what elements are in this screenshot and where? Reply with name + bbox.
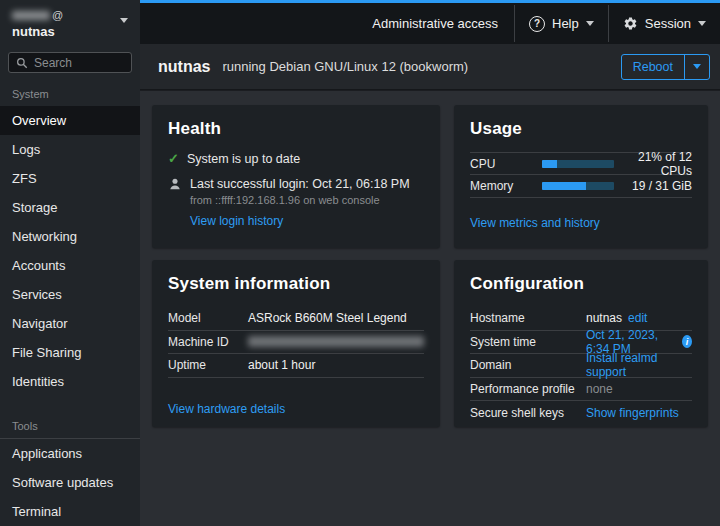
sidebar-item-storage[interactable]: Storage [0, 193, 140, 222]
page-header: nutnas running Debian GNU/Linux 12 (book… [140, 44, 720, 90]
configuration-card: Configuration Hostname nutnas edit Syste… [454, 260, 708, 427]
session-menu[interactable]: Session [609, 3, 720, 44]
memory-usage-row: Memory 19 / 31 GiB [470, 175, 692, 198]
username-redacted [12, 11, 50, 20]
sidebar-item-networking[interactable]: Networking [0, 222, 140, 251]
info-icon[interactable]: i [682, 335, 692, 348]
sidebar: @ nutnas System Overview Logs ZFS Storag… [0, 0, 140, 526]
view-login-history-link[interactable]: View login history [190, 214, 283, 228]
administrative-access-button[interactable]: Administrative access [356, 3, 514, 44]
sidebar-item-accounts[interactable]: Accounts [0, 251, 140, 280]
search-input[interactable] [34, 56, 124, 70]
sidebar-item-file-sharing[interactable]: File Sharing [0, 338, 140, 367]
machine-id-row: Machine ID [168, 331, 424, 355]
user-at-sign: @ [52, 9, 63, 21]
performance-profile-row: Performance profile none [470, 378, 692, 402]
hostname-value: nutnas [586, 311, 622, 325]
performance-profile-label: Performance profile [470, 382, 586, 396]
cpu-label: CPU [470, 157, 542, 171]
model-value: ASRock B660M Steel Legend [248, 311, 407, 325]
ssh-keys-row: Secure shell keys Show fingerprints [470, 401, 692, 425]
cpu-usage-row: CPU 21% of 12 CPUs [470, 152, 692, 175]
uptime-value: about 1 hour [248, 358, 315, 372]
sidebar-item-navigator[interactable]: Navigator [0, 309, 140, 338]
usage-card: Usage CPU 21% of 12 CPUs Memory 19 / 31 … [454, 105, 708, 248]
sidebar-item-applications[interactable]: Applications [0, 439, 140, 468]
model-label: Model [168, 311, 248, 325]
view-metrics-link[interactable]: View metrics and history [470, 216, 600, 230]
administrative-access-label: Administrative access [372, 16, 498, 31]
uptime-row: Uptime about 1 hour [168, 354, 424, 378]
help-menu[interactable]: ? Help [515, 3, 608, 44]
cpu-progress-bar [542, 160, 614, 168]
view-hardware-details-link[interactable]: View hardware details [168, 402, 285, 416]
system-information-card: System information Model ASRock B660M St… [152, 260, 440, 427]
domain-row: Domain Install realmd support [470, 354, 692, 378]
sidebar-item-identities[interactable]: Identities [0, 367, 140, 396]
configuration-title: Configuration [470, 274, 692, 294]
page-title-hostname: nutnas [158, 58, 210, 76]
overview-content: Health ✓ System is up to date Last succe… [140, 91, 720, 526]
ssh-keys-label: Secure shell keys [470, 406, 586, 420]
sidebar-item-services[interactable]: Services [0, 280, 140, 309]
reboot-button[interactable]: Reboot [622, 55, 684, 79]
hostname-label: Hostname [470, 311, 586, 325]
sidebar-item-software-updates[interactable]: Software updates [0, 468, 140, 497]
sidebar-item-terminal[interactable]: Terminal [0, 497, 140, 526]
sidebar-nav: System Overview Logs ZFS Storage Network… [0, 82, 140, 526]
last-login-text: Last successful login: Oct 21, 06:18 PM [190, 177, 410, 191]
memory-usage-value: 19 / 31 GiB [614, 179, 692, 193]
system-up-to-date-text: System is up to date [187, 152, 300, 166]
system-time-label: System time [470, 335, 586, 349]
model-row: Model ASRock B660M Steel Legend [168, 307, 424, 331]
health-card-title: Health [168, 119, 424, 139]
health-card: Health ✓ System is up to date Last succe… [152, 105, 440, 248]
user-icon [168, 177, 182, 191]
reboot-split-button: Reboot [621, 54, 710, 80]
sidebar-item-zfs[interactable]: ZFS [0, 164, 140, 193]
domain-label: Domain [470, 358, 586, 372]
chevron-down-icon [693, 64, 701, 69]
sidebar-item-logs[interactable]: Logs [0, 135, 140, 164]
masthead: Administrative access ? Help Session [140, 0, 720, 44]
uptime-label: Uptime [168, 358, 248, 372]
user-hostname: nutnas [12, 24, 128, 39]
machine-id-label: Machine ID [168, 335, 248, 349]
chevron-down-icon [586, 21, 594, 26]
edit-hostname-link[interactable]: edit [628, 311, 647, 325]
help-label: Help [552, 16, 579, 31]
os-description: running Debian GNU/Linux 12 (bookworm) [222, 59, 468, 74]
chevron-down-icon [698, 21, 706, 26]
nav-section-system: System [0, 82, 140, 106]
performance-profile-value: none [586, 382, 613, 396]
help-icon: ? [529, 16, 545, 32]
memory-label: Memory [470, 179, 542, 193]
reboot-menu-button[interactable] [684, 55, 709, 79]
system-information-title: System information [168, 274, 424, 294]
install-realmd-link[interactable]: Install realmd support [586, 351, 692, 379]
last-login-detail: from ::ffff:192.168.1.96 on web console [190, 194, 424, 206]
cockpit-app: @ nutnas System Overview Logs ZFS Storag… [0, 0, 720, 526]
chevron-down-icon [120, 18, 128, 23]
usage-card-title: Usage [470, 119, 692, 139]
sidebar-item-overview[interactable]: Overview [0, 106, 140, 135]
show-fingerprints-link[interactable]: Show fingerprints [586, 406, 679, 420]
machine-id-redacted [248, 336, 424, 347]
memory-progress-bar [542, 182, 614, 190]
session-label: Session [645, 16, 691, 31]
sidebar-search[interactable] [8, 52, 132, 73]
user-menu[interactable]: @ nutnas [0, 0, 140, 47]
check-icon: ✓ [168, 152, 179, 166]
cpu-usage-value: 21% of 12 CPUs [614, 150, 692, 178]
nav-section-tools: Tools [0, 414, 140, 438]
search-icon [16, 57, 28, 69]
gear-icon [623, 16, 638, 31]
